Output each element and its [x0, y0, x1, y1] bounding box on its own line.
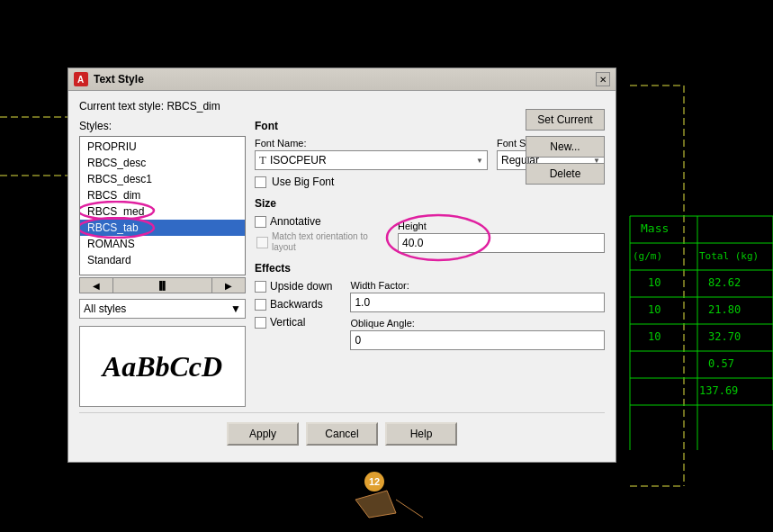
style-item-rbcs-dim[interactable]: RBCS_dim — [80, 187, 245, 203]
font-t-icon: T — [259, 153, 266, 167]
height-input[interactable] — [398, 233, 605, 253]
style-item-rbcs-desc1[interactable]: RBCS_desc1 — [80, 171, 245, 187]
match-orientation-checkbox[interactable] — [256, 237, 268, 248]
height-input-wrapper — [398, 233, 605, 253]
annotative-checkbox-field: Annotative — [255, 215, 380, 228]
effects-right: Width Factor: Oblique Angle: — [350, 280, 605, 356]
width-factor-group: Width Factor: — [350, 280, 605, 312]
width-factor-label: Width Factor: — [350, 280, 605, 291]
preview-box: AaBbCcD — [79, 326, 246, 407]
styles-panel: Styles: PROPRIU RBCS_desc RBCS_desc1 RBC… — [79, 120, 246, 407]
svg-text:137.69: 137.69 — [699, 384, 738, 397]
rbcs-tab-circle-annotation — [79, 217, 157, 239]
svg-line-28 — [396, 500, 423, 518]
style-item-rbcs-med[interactable]: RBCS_med — [80, 203, 245, 220]
font-name-dropdown[interactable]: T ISOCPEUR ▼ — [255, 150, 488, 170]
dialog-title-area: A Text Style — [74, 72, 144, 86]
width-factor-input[interactable] — [350, 293, 605, 312]
svg-text:10: 10 — [648, 303, 661, 316]
dialog-titlebar: A Text Style ✕ — [68, 68, 616, 91]
backwards-checkbox[interactable] — [255, 299, 266, 311]
close-button[interactable]: ✕ — [596, 72, 610, 86]
match-orientation-label: Match text orientation to layout — [272, 231, 380, 253]
styles-label: Styles: — [79, 120, 246, 132]
autocad-icon: A — [74, 72, 88, 86]
annotative-group: Annotative Match text orientation to lay… — [255, 215, 380, 253]
style-item-standard[interactable]: Standard — [80, 252, 245, 268]
backwards-field: Backwards — [255, 298, 332, 311]
vertical-checkbox[interactable] — [255, 317, 266, 329]
style-item-propriu[interactable]: PROPRIU — [80, 139, 245, 155]
size-row: Annotative Match text orientation to lay… — [255, 215, 605, 253]
upside-down-checkbox[interactable] — [255, 281, 266, 293]
effects-left: Upside down Backwards Vertical — [255, 280, 332, 356]
nav-scroll-indicator: ▐▌ — [113, 278, 212, 293]
vertical-field: Vertical — [255, 316, 332, 329]
effects-row: Upside down Backwards Vertical — [255, 280, 605, 356]
size-section: Size Annotative Match text orientation t… — [255, 197, 605, 253]
svg-text:A: A — [77, 75, 84, 85]
set-current-button[interactable]: Set Current — [526, 109, 605, 131]
filter-dropdown-arrow: ▼ — [230, 302, 241, 315]
use-big-font-checkbox[interactable] — [255, 176, 266, 188]
font-name-arrow: ▼ — [476, 157, 483, 165]
filter-label: All styles — [84, 302, 126, 315]
svg-point-31 — [79, 202, 154, 220]
bottom-buttons: Apply Cancel Help — [79, 412, 605, 453]
backwards-label: Backwards — [270, 298, 323, 311]
nav-left-btn[interactable]: ◀ — [80, 278, 113, 293]
current-style-value: RBCS_dim — [166, 100, 220, 113]
oblique-input[interactable] — [350, 330, 605, 350]
svg-text:Mass: Mass — [641, 221, 669, 235]
size-section-label: Size — [255, 197, 605, 210]
svg-text:10: 10 — [648, 276, 661, 289]
match-orientation-field: Match text orientation to layout — [256, 231, 380, 253]
apply-button[interactable]: Apply — [227, 422, 299, 446]
style-item-romans[interactable]: ROMANS — [80, 236, 245, 252]
styles-filter-dropdown[interactable]: All styles ▼ — [79, 299, 246, 319]
svg-text:32.70: 32.70 — [708, 330, 741, 343]
upside-down-label: Upside down — [270, 280, 332, 293]
new-button[interactable]: New... — [526, 136, 605, 158]
cancel-button[interactable]: Cancel — [306, 422, 378, 446]
svg-point-32 — [79, 218, 154, 238]
delete-button[interactable]: Delete — [526, 163, 605, 185]
height-label: Height — [398, 221, 605, 231]
svg-text:10: 10 — [648, 330, 661, 343]
preview-text: AaBbCcD — [103, 350, 222, 383]
current-style-label: Current text style: — [79, 100, 164, 113]
font-name-group: Font Name: T ISOCPEUR ▼ — [255, 138, 488, 170]
nav-right-btn[interactable]: ▶ — [212, 278, 245, 293]
oblique-group: Oblique Angle: — [350, 318, 605, 350]
svg-text:82.62: 82.62 — [708, 276, 741, 289]
effects-section: Effects Upside down Backwards — [255, 262, 605, 356]
vertical-label: Vertical — [270, 316, 305, 329]
svg-text:21.80: 21.80 — [708, 303, 741, 316]
styles-nav: ◀ ▐▌ ▶ — [79, 277, 246, 293]
effects-section-label: Effects — [255, 262, 605, 275]
dialog-title: Text Style — [94, 73, 144, 86]
annotative-checkbox[interactable] — [255, 216, 266, 228]
help-button[interactable]: Help — [385, 422, 457, 446]
page-number: 12 — [364, 472, 384, 491]
svg-marker-27 — [355, 491, 396, 518]
upside-down-field: Upside down — [255, 280, 332, 293]
svg-text:(g/m): (g/m) — [633, 250, 662, 262]
rbcs-med-circle-annotation — [79, 201, 157, 221]
svg-text:0.57: 0.57 — [708, 357, 734, 370]
font-name-label: Font Name: — [255, 138, 488, 149]
text-style-dialog: A Text Style ✕ Current text style: RBCS_… — [67, 68, 616, 463]
font-name-value: ISOCPEUR — [270, 154, 327, 167]
style-item-rbcs-tab[interactable]: RBCS_tab — [80, 220, 245, 236]
oblique-label: Oblique Angle: — [350, 318, 605, 329]
annotative-label: Annotative — [270, 215, 321, 228]
height-group: Height — [398, 221, 605, 253]
action-buttons: Set Current New... Delete — [526, 109, 605, 185]
styles-list: PROPRIU RBCS_desc RBCS_desc1 RBCS_dim RB… — [80, 137, 245, 270]
svg-text:Total (kg): Total (kg) — [699, 250, 759, 262]
styles-listbox[interactable]: PROPRIU RBCS_desc RBCS_desc1 RBCS_dim RB… — [79, 136, 246, 275]
style-item-rbcs-desc[interactable]: RBCS_desc — [80, 155, 245, 171]
use-big-font-label: Use Big Font — [272, 176, 334, 188]
